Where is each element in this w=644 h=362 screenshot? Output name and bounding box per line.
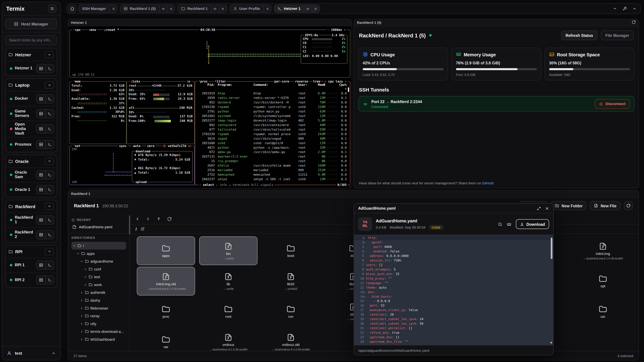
tree-item[interactable]: adguardhome bbox=[72, 257, 126, 265]
group-header[interactable]: Oracle bbox=[6, 155, 57, 167]
back-icon[interactable] bbox=[135, 217, 140, 221]
tree-item[interactable]: filebrowser bbox=[72, 304, 126, 312]
tab[interactable]: SSH Manager bbox=[78, 4, 118, 13]
split-tab-button[interactable] bbox=[304, 5, 312, 12]
process-row[interactable]: 4871pythonpython -u /app/main.root32M0.0 bbox=[195, 145, 350, 150]
host-row[interactable]: Open Media Vault bbox=[6, 121, 57, 137]
close-dialog-icon[interactable] bbox=[545, 206, 549, 210]
host-row[interactable]: RackNerd 1 bbox=[6, 213, 57, 227]
process-row[interactable]: 2516mariadbdmariadbd999251M0.1 bbox=[195, 168, 350, 172]
tree-item[interactable]: dashy bbox=[72, 296, 126, 304]
file-grid-item[interactable]: vmlinuz.old → boot/vmlinuz-6.1.0-26-amd6… bbox=[262, 328, 320, 351]
disconnect-button[interactable]: Disconnect bbox=[595, 99, 630, 109]
sidebar-menu-button[interactable] bbox=[48, 4, 56, 13]
file-grid-item[interactable]: proc bbox=[137, 297, 195, 326]
keyboard-icon[interactable] bbox=[507, 222, 511, 226]
close-tab-button[interactable] bbox=[219, 5, 226, 12]
host-stats-button[interactable] bbox=[36, 216, 45, 224]
file-grid-item[interactable]: lib32 → usr/lib32 bbox=[262, 267, 320, 296]
process-row[interactable]: 3814sogod/usr/sbin/sogod99940M0.1 bbox=[195, 136, 350, 141]
proc-scrollbar[interactable] bbox=[348, 87, 349, 92]
forward-icon[interactable] bbox=[146, 217, 150, 221]
process-row[interactable]: 877tailscaled/usr/sbin/tailscaledroot55M… bbox=[195, 127, 350, 132]
group-collapse-button[interactable] bbox=[45, 81, 54, 89]
process-row[interactable]: 15rcu_preemptroot0B0.0 bbox=[195, 159, 350, 163]
host-terminal-button[interactable] bbox=[45, 261, 54, 269]
dialog-title-bar[interactable]: AdGuardHome.yaml bbox=[354, 204, 553, 214]
new-file-button[interactable]: New File bbox=[590, 201, 621, 210]
file-grid-item[interactable]: initrd.img → boot/initrd.img-6.1.0-39-am… bbox=[574, 237, 632, 265]
host-terminal-button[interactable] bbox=[45, 109, 54, 118]
process-row[interactable]: 2697ofelia/usr/bin/ofelia daemroot244M0.… bbox=[195, 163, 350, 168]
user-menu[interactable]: test bbox=[2, 346, 60, 360]
tree-item[interactable]: test bbox=[72, 273, 126, 281]
host-row[interactable]: RackNerd 2 bbox=[6, 227, 57, 242]
search-input[interactable] bbox=[5, 35, 57, 45]
close-tab-button[interactable] bbox=[263, 5, 271, 12]
host-stats-button[interactable] bbox=[36, 125, 45, 133]
file-grid-item[interactable]: usr bbox=[574, 297, 632, 326]
tree-item[interactable]: work bbox=[72, 281, 126, 289]
file-grid-item[interactable]: initrd.img.old → boot/initrd.img-6.1.0-2… bbox=[137, 267, 195, 296]
process-row[interactable]: 1765238rspamdrspamd: controller psshd129… bbox=[195, 105, 350, 109]
host-manager-button[interactable]: Host Manager bbox=[5, 18, 57, 29]
process-row[interactable]: 952dockerd/usr/bin/dockerd -Hroot76M0.0 bbox=[195, 100, 350, 105]
tab[interactable]: RackNerd 1 bbox=[178, 4, 227, 13]
process-row[interactable]: 2042237smtpdsmtpd -n 589 -t inetsshd13M0… bbox=[195, 177, 350, 182]
tab[interactable]: User Profile bbox=[230, 4, 272, 13]
process-row[interactable]: 2051919btopbtoproot8.4M0.0 bbox=[195, 91, 350, 96]
tree-item[interactable]: apps bbox=[72, 250, 126, 257]
home-button[interactable] bbox=[68, 5, 76, 12]
process-row[interactable]: 2752memcachedmemcached112119.9M0.0 bbox=[195, 172, 350, 177]
host-row[interactable]: RPI 1 bbox=[6, 258, 57, 272]
group-collapse-button[interactable] bbox=[45, 51, 54, 58]
host-stats-button[interactable] bbox=[36, 64, 45, 72]
group-collapse-button[interactable] bbox=[45, 203, 54, 210]
close-tab-button[interactable] bbox=[167, 5, 174, 12]
tree-item[interactable]: termix-download-a... bbox=[72, 328, 126, 335]
collapse-panel-button[interactable] bbox=[611, 4, 619, 13]
current-path[interactable]: / bbox=[136, 227, 137, 231]
expand-dialog-icon[interactable] bbox=[537, 206, 541, 210]
refresh-files-button[interactable] bbox=[624, 201, 633, 210]
code-scrollbar[interactable] bbox=[551, 236, 552, 344]
up-directory-icon[interactable] bbox=[156, 217, 161, 221]
process-row[interactable]: 2037131kworker/2:2-evenroot0B0.0 bbox=[195, 154, 350, 159]
host-stats-button[interactable] bbox=[36, 140, 45, 149]
btop-terminal[interactable]: ¹cpu menu preset * 04:20:58 - 2000ms + E… bbox=[68, 26, 352, 188]
tree-item[interactable]: / bbox=[72, 242, 126, 250]
fold-icon[interactable] bbox=[364, 241, 366, 244]
host-terminal-button[interactable] bbox=[45, 140, 54, 149]
expand-panel-button[interactable] bbox=[630, 4, 639, 13]
terminal-pane-header[interactable]: Hetzner 1 bbox=[68, 19, 352, 26]
file-grid-item[interactable]: boot bbox=[262, 237, 320, 265]
host-row[interactable]: Game Servers bbox=[6, 106, 57, 121]
tree-item[interactable]: conf bbox=[72, 265, 126, 273]
edit-path-icon[interactable] bbox=[140, 227, 144, 231]
tab[interactable]: RackNerd 1 (5) bbox=[120, 4, 175, 13]
file-grid-item[interactable]: apps bbox=[137, 237, 195, 265]
host-row[interactable]: Oracle Sam bbox=[6, 167, 57, 182]
host-terminal-button[interactable] bbox=[45, 276, 54, 284]
host-stats-button[interactable] bbox=[36, 171, 45, 179]
group-collapse-button[interactable] bbox=[45, 248, 54, 255]
download-button[interactable]: Download bbox=[516, 219, 549, 229]
tree-item[interactable]: authentik bbox=[72, 289, 126, 297]
file-grid-item[interactable]: lib → usr/lib bbox=[199, 267, 258, 296]
group-header[interactable]: Laptop bbox=[6, 79, 57, 91]
fold-icon[interactable] bbox=[364, 237, 366, 239]
file-grid-item[interactable]: vmlinuz → boot/vmlinuz-6.1.0-39-amd64 bbox=[199, 328, 258, 351]
recent-file[interactable]: AdGuardHome.yaml bbox=[72, 224, 126, 230]
host-row[interactable]: Oracle 1 bbox=[6, 182, 57, 197]
file-grid-item[interactable]: run bbox=[262, 297, 320, 326]
host-terminal-button[interactable] bbox=[45, 231, 54, 239]
code-editor[interactable]: 1http 2 pprof 3 port6060 4 enabledfalse … bbox=[354, 235, 553, 345]
host-stats-button[interactable] bbox=[36, 231, 45, 239]
host-terminal-button[interactable] bbox=[45, 94, 54, 103]
github-link[interactable]: GitHub bbox=[482, 181, 493, 185]
tools-button[interactable] bbox=[620, 4, 629, 13]
refresh-status-button[interactable]: Refresh Status bbox=[561, 30, 598, 40]
file-grid-item[interactable]: bin → usr/bin bbox=[199, 237, 258, 265]
process-row[interactable]: 892containerd/usr/bin/containerdroot44M0… bbox=[195, 123, 350, 127]
tab[interactable]: Hetzner 1 bbox=[274, 4, 320, 13]
